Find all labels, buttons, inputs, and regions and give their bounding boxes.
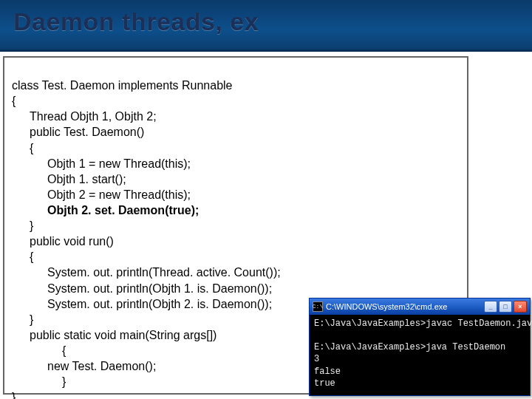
code-line: public void run() xyxy=(12,235,114,248)
terminal-line: E:\Java\JavaExamples>java TestDaemon xyxy=(314,342,505,352)
code-line: Objth 1 = new Thread(this); xyxy=(12,157,191,170)
code-line: { xyxy=(12,344,66,357)
code-line: public Test. Daemon() xyxy=(12,126,144,138)
terminal-body[interactable]: E:\Java\JavaExamples>javac TestDaemon.ja… xyxy=(310,315,530,395)
slide-title-banner: Daemon threads, ex xyxy=(0,0,532,52)
code-line: new Test. Daemon(); xyxy=(12,360,156,372)
maximize-button[interactable]: □ xyxy=(499,301,512,313)
terminal-line: 3 xyxy=(314,354,319,364)
code-line: class Test. Daemon implements Runnable xyxy=(12,79,233,92)
code-line: } xyxy=(12,391,16,399)
code-line: } xyxy=(12,313,33,326)
window-buttons: _ □ × xyxy=(484,301,527,313)
code-line: } xyxy=(12,219,33,232)
terminal-title-text: C:\WINDOWS\system32\cmd.exe xyxy=(326,302,481,311)
close-button[interactable]: × xyxy=(514,301,527,313)
code-line: public static void main(String args[]) xyxy=(12,329,216,341)
terminal-line: true xyxy=(314,378,335,389)
terminal-titlebar[interactable]: C:\ C:\WINDOWS\system32\cmd.exe _ □ × xyxy=(310,299,530,315)
cmd-icon: C:\ xyxy=(313,301,323,312)
code-line: { xyxy=(12,95,16,107)
code-line: System. out. println(Objth 2. is. Daemon… xyxy=(12,298,272,310)
code-line-highlight: Objth 2. set. Daemon(true); xyxy=(12,204,199,216)
terminal-line: E:\Java\JavaExamples>javac TestDaemon.ja… xyxy=(314,318,532,329)
terminal-window: C:\ C:\WINDOWS\system32\cmd.exe _ □ × E:… xyxy=(309,298,531,396)
code-line: Thread Objth 1, Objth 2; xyxy=(12,110,157,123)
slide-title: Daemon threads, ex xyxy=(13,7,519,36)
code-line: System. out. println(Thread. active. Cou… xyxy=(12,266,281,279)
code-line: Objth 1. start(); xyxy=(12,173,126,185)
minimize-button[interactable]: _ xyxy=(484,301,497,313)
terminal-line: false xyxy=(314,366,341,377)
code-line: } xyxy=(12,375,66,388)
code-line: System. out. println(Objth 1. is. Daemon… xyxy=(12,282,272,295)
code-line: Objth 2 = new Thread(this); xyxy=(12,188,191,201)
code-line: { xyxy=(12,250,33,263)
code-line: { xyxy=(12,142,33,154)
